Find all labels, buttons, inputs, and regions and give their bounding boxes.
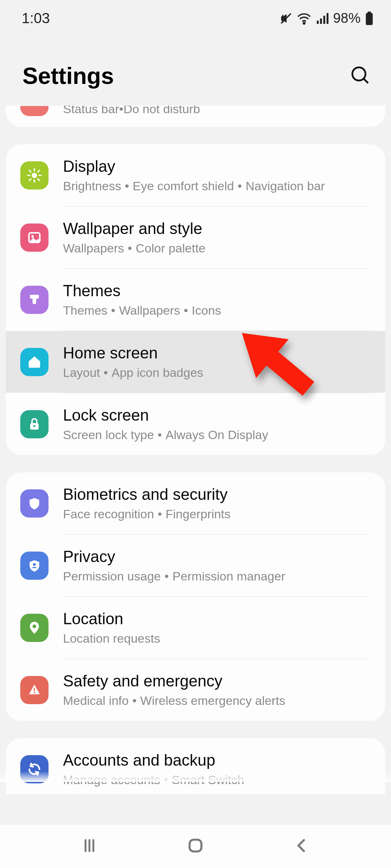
svg-point-8	[352, 67, 365, 80]
settings-list[interactable]: Status bar•Do not disturb Display Bright…	[0, 106, 391, 825]
svg-rect-7	[366, 13, 373, 25]
sun-icon	[20, 161, 49, 190]
brush-icon	[20, 286, 49, 314]
settings-item-safety[interactable]: Safety and emergency Medical info•Wirele…	[6, 659, 385, 721]
svg-rect-25	[34, 688, 35, 691]
svg-point-1	[303, 22, 305, 24]
item-title: Location	[63, 610, 371, 628]
back-button[interactable]	[292, 836, 311, 856]
sync-icon	[20, 755, 49, 783]
picture-icon	[20, 224, 49, 252]
home-button[interactable]	[186, 836, 205, 856]
wifi-icon	[297, 12, 311, 25]
item-title: Safety and emergency	[63, 672, 371, 690]
settings-group-partial-top: Status bar•Do not disturb	[6, 106, 385, 127]
svg-rect-5	[327, 13, 328, 24]
item-subtitle: Permission usage•Permission manager	[63, 569, 371, 583]
item-subtitle: Screen lock type•Always On Display	[63, 428, 371, 442]
item-subtitle: Face recognition•Fingerprints	[63, 507, 371, 521]
settings-item-accounts-backup[interactable]: Accounts and backup Manage accounts•Smar…	[6, 738, 385, 794]
shield-icon	[20, 489, 49, 518]
item-title: Home screen	[63, 344, 371, 362]
svg-point-22	[33, 425, 35, 427]
svg-point-23	[33, 563, 36, 566]
alert-icon	[20, 676, 49, 704]
battery-icon	[365, 12, 374, 25]
vibrate-icon	[279, 12, 293, 25]
svg-line-17	[29, 179, 31, 180]
settings-item-notifications[interactable]: Status bar•Do not disturb	[6, 106, 385, 127]
navigation-bar	[0, 825, 391, 868]
svg-rect-3	[320, 18, 322, 24]
settings-group-accounts: Accounts and backup Manage accounts•Smar…	[6, 738, 385, 794]
svg-point-24	[33, 624, 36, 628]
shield-person-icon	[20, 552, 49, 580]
settings-group-security: Biometrics and security Face recognition…	[6, 472, 385, 721]
home-icon	[20, 348, 49, 376]
notifications-icon	[20, 106, 49, 116]
item-title: Privacy	[63, 548, 371, 566]
battery-percent: 98%	[333, 10, 361, 26]
svg-point-10	[32, 173, 37, 178]
pin-icon	[20, 614, 49, 642]
settings-item-themes[interactable]: Themes Themes•Wallpapers•Icons	[6, 269, 385, 331]
item-title: Themes	[63, 282, 371, 300]
status-bar: 1:03 98%	[0, 0, 391, 26]
item-title: Lock screen	[63, 406, 371, 424]
lock-icon	[20, 410, 49, 438]
item-subtitle: Status bar•Do not disturb	[63, 106, 371, 116]
svg-line-15	[29, 170, 31, 172]
settings-item-privacy[interactable]: Privacy Permission usage•Permission mana…	[6, 535, 385, 596]
settings-group-display: Display Brightness•Eye comfort shield•Na…	[6, 144, 385, 455]
svg-point-20	[31, 235, 34, 238]
svg-line-16	[38, 179, 39, 180]
item-subtitle: Brightness•Eye comfort shield•Navigation…	[63, 179, 371, 193]
settings-item-location[interactable]: Location Location requests	[6, 597, 385, 659]
item-title: Accounts and backup	[63, 751, 371, 769]
header: Settings	[0, 26, 391, 106]
svg-line-18	[38, 170, 39, 172]
settings-item-biometrics[interactable]: Biometrics and security Face recognition…	[6, 472, 385, 534]
item-subtitle: Medical info•Wireless emergency alerts	[63, 694, 371, 708]
settings-item-lock-screen[interactable]: Lock screen Screen lock type•Always On D…	[6, 393, 385, 455]
item-subtitle: Wallpapers•Color palette	[63, 241, 371, 255]
item-subtitle: Manage accounts•Smart Switch	[63, 773, 371, 787]
svg-rect-4	[323, 16, 325, 24]
status-icons: 98%	[279, 10, 374, 26]
page-title: Settings	[22, 63, 114, 89]
item-title: Wallpaper and style	[63, 220, 371, 238]
search-icon[interactable]	[350, 65, 371, 87]
item-subtitle: Layout•App icon badges	[63, 366, 371, 380]
item-title: Display	[63, 157, 371, 175]
status-time: 1:03	[22, 10, 50, 26]
svg-rect-31	[190, 840, 202, 852]
recents-button[interactable]	[80, 836, 99, 856]
settings-item-wallpaper[interactable]: Wallpaper and style Wallpapers•Color pal…	[6, 207, 385, 268]
svg-rect-2	[317, 21, 319, 24]
item-title: Biometrics and security	[63, 485, 371, 503]
svg-line-9	[364, 79, 368, 83]
svg-point-26	[34, 692, 35, 693]
settings-item-home-screen[interactable]: Home screen Layout•App icon badges	[6, 331, 385, 393]
item-subtitle: Location requests	[63, 631, 371, 646]
signal-icon	[316, 12, 329, 25]
item-subtitle: Themes•Wallpapers•Icons	[63, 303, 371, 318]
settings-item-display[interactable]: Display Brightness•Eye comfort shield•Na…	[6, 144, 385, 206]
